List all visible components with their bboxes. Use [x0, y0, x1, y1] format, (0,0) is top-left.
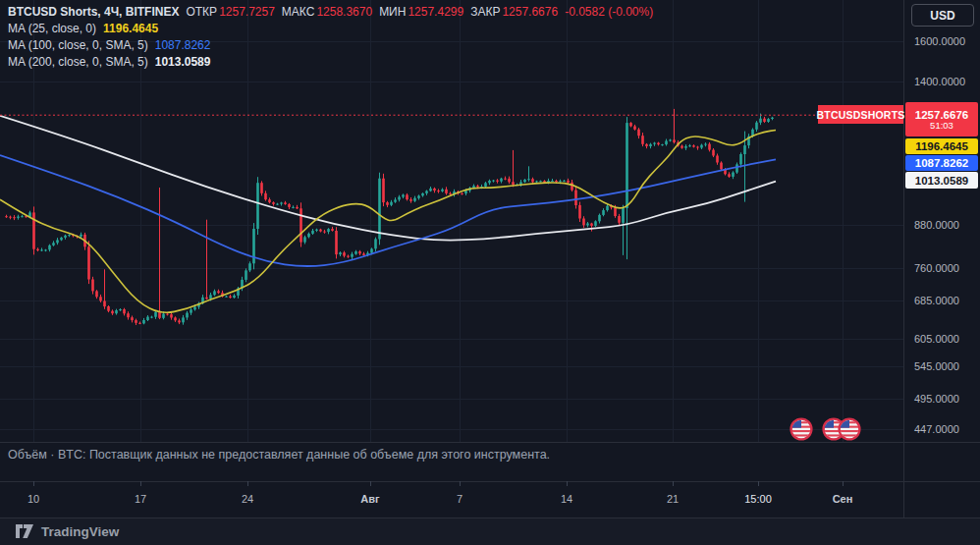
- legend-ma100-row[interactable]: MA (100, close, 0, SMA, 5) 1087.8262: [8, 37, 653, 54]
- price-tick-label: 760.0000: [914, 262, 959, 274]
- price-tick-label: 1600.0000: [914, 35, 965, 47]
- price-tick-label: 685.0000: [914, 295, 959, 306]
- bar-countdown: 51:03: [930, 120, 953, 131]
- footer-bar: TradingView: [0, 518, 980, 545]
- last-price-tag: BTCUSDSHORTS: [818, 105, 903, 124]
- legend-ma200-row[interactable]: MA (200, close, 0, SMA, 5) 1013.0589: [8, 54, 653, 71]
- time-axis-label: 14: [561, 493, 572, 505]
- currency-usd-button[interactable]: USD: [911, 4, 974, 27]
- ma25-line: [0, 131, 776, 313]
- economic-event-flag-icon[interactable]: [840, 419, 860, 440]
- legend: BTCUSD Shorts, 4Ч, BITFINEX ОТКР 1257.72…: [8, 4, 653, 71]
- volume-unavailable-note: Объём · BTC: Поставщик данных не предост…: [8, 448, 550, 462]
- legend-ma25-row[interactable]: MA (25, close, 0) 1196.4645: [8, 21, 653, 37]
- tradingview-chart-window: BTCUSD Shorts, 4Ч, BITFINEX ОТКР 1257.72…: [0, 0, 980, 545]
- price-tick-label: 605.0000: [914, 333, 959, 345]
- time-axis-label: Авг: [360, 493, 379, 505]
- time-axis-label: 17: [135, 493, 146, 505]
- ohlc-open: ОТКР 1257.7257: [186, 4, 274, 21]
- time-axis-label: Сен: [833, 493, 853, 505]
- price-tick-label: 495.0000: [914, 393, 959, 405]
- price-tick-label: 447.0000: [914, 423, 959, 435]
- ma100-line: [0, 155, 776, 266]
- ohlc-high: МАКС 1258.3670: [282, 4, 372, 21]
- ohlc-low: МИН 1257.4299: [379, 4, 463, 21]
- economic-event-flag-icon[interactable]: [791, 419, 812, 440]
- time-axis-label: 24: [242, 493, 253, 505]
- time-axis-label: 10: [27, 493, 39, 505]
- tradingview-logo-icon: [16, 524, 34, 539]
- price-change: -0.0582 (-0.00%): [565, 4, 653, 21]
- time-axis[interactable]: 101724Авг7142115:00Сен: [0, 481, 980, 518]
- ma200-price-label: 1013.0589: [905, 172, 978, 189]
- last-price-label: 1257.6676 51:03: [905, 102, 978, 136]
- ma200-value: 1013.0589: [155, 54, 211, 71]
- price-tick-label: 545.0000: [914, 360, 959, 372]
- brand-name: TradingView: [41, 524, 119, 539]
- down-candle-bodies: [5, 119, 766, 324]
- tradingview-logo-link[interactable]: TradingView: [16, 524, 119, 539]
- chart-canvas[interactable]: [0, 0, 980, 545]
- ma25-price-label: 1196.4645: [905, 138, 978, 154]
- time-axis-label: 21: [667, 493, 679, 505]
- ma100-price-label: 1087.8262: [905, 155, 978, 171]
- ma100-value: 1087.8262: [155, 37, 211, 54]
- price-axis[interactable]: USD 1600.00001400.0000880.0000760.000068…: [903, 0, 980, 518]
- ma25-value: 1196.4645: [103, 21, 158, 37]
- price-tick-label: 880.0000: [914, 219, 959, 231]
- ma200-line: [0, 116, 776, 241]
- price-tick-label: 1400.0000: [914, 76, 965, 87]
- symbol-title: BTCUSD Shorts, 4Ч, BITFINEX: [8, 4, 179, 21]
- ohlc-close: ЗАКР 1257.6676: [470, 4, 558, 21]
- time-axis-label: 7: [457, 493, 463, 505]
- time-axis-label: 15:00: [744, 493, 772, 505]
- legend-symbol-row[interactable]: BTCUSD Shorts, 4Ч, BITFINEX ОТКР 1257.72…: [8, 4, 653, 21]
